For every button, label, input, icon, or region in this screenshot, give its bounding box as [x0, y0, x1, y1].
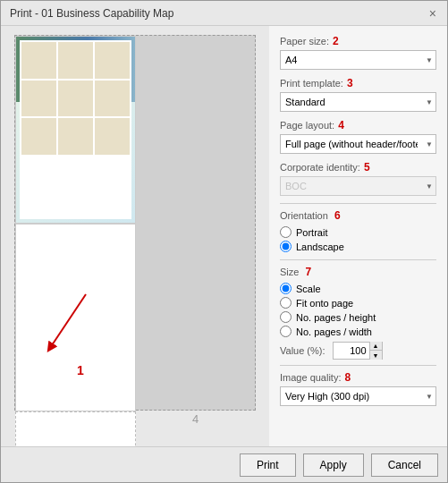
- size-label: Size 7: [280, 266, 436, 278]
- title-bar: Print - 01 Business Capability Map ×: [1, 1, 447, 26]
- portrait-radio[interactable]: [280, 226, 292, 238]
- spinner-down-button[interactable]: ▼: [369, 351, 382, 360]
- page-cell-2: [15, 224, 136, 411]
- page-cell-1: [15, 36, 136, 224]
- print-button[interactable]: Print: [240, 453, 296, 477]
- thumbnail-grid: [20, 40, 131, 157]
- size-group: Size 7 Scale Fit onto page No. pages / h…: [280, 266, 436, 360]
- no-pages-height-radio[interactable]: [280, 311, 292, 323]
- grid-cell: [58, 118, 93, 155]
- value-input[interactable]: [334, 343, 369, 359]
- content-area: 3 4 1 Paper size: 2: [1, 26, 447, 446]
- page-layout-select[interactable]: Full page (without header/footer): [280, 134, 436, 154]
- grid-cell: [95, 118, 130, 155]
- image-quality-select[interactable]: Very High (300 dpi): [280, 386, 436, 406]
- no-pages-width-option[interactable]: No. pages / width: [280, 326, 436, 337]
- fit-page-option[interactable]: Fit onto page: [280, 297, 436, 309]
- no-pages-width-radio[interactable]: [280, 326, 292, 337]
- divider: [280, 203, 436, 204]
- preview-area: [14, 35, 256, 411]
- portrait-option[interactable]: Portrait: [280, 226, 436, 238]
- spinner-up-button[interactable]: ▲: [369, 342, 382, 351]
- value-row: Value (%): ▲ ▼: [280, 342, 436, 360]
- orientation-group: Orientation 6 Portrait Landscape: [280, 209, 436, 252]
- dialog-title: Print - 01 Business Capability Map: [10, 7, 173, 20]
- image-quality-label: Image quality: 8: [280, 371, 436, 384]
- page-cell-3: [15, 411, 136, 446]
- print-template-group: Print template: 3 Standard ▼: [280, 77, 436, 112]
- orientation-label: Orientation 6: [280, 209, 436, 222]
- thumbnail-content: [20, 40, 131, 219]
- cancel-button[interactable]: Cancel: [371, 453, 438, 477]
- grid-cell: [58, 80, 93, 117]
- apply-button[interactable]: Apply: [303, 453, 364, 477]
- paper-size-label: Paper size: 2: [280, 35, 436, 47]
- corporate-identity-select[interactable]: BOC: [280, 176, 436, 196]
- close-button[interactable]: ×: [427, 7, 438, 20]
- grid-cell: [21, 42, 56, 79]
- print-template-label: Print template: 3: [280, 77, 436, 89]
- orientation-radio-group: Portrait Landscape: [280, 226, 436, 252]
- grid-cell: [95, 80, 130, 117]
- image-quality-group: Image quality: 8 Very High (300 dpi) ▼: [280, 371, 436, 406]
- corporate-identity-group: Corporate identity: 5 BOC ▼: [280, 161, 436, 196]
- scale-option[interactable]: Scale: [280, 283, 436, 294]
- page-layout-group: Page layout: 4 Full page (without header…: [280, 119, 436, 154]
- print-template-select-wrapper: Standard ▼: [280, 92, 436, 112]
- spinner-buttons: ▲ ▼: [369, 342, 382, 360]
- page-thumbnail: [16, 37, 135, 223]
- corporate-identity-select-wrapper: BOC ▼: [280, 176, 436, 196]
- value-spinner: ▲ ▼: [333, 342, 383, 360]
- grid-cell: [58, 42, 93, 79]
- page-layout-label: Page layout: 4: [280, 119, 436, 131]
- preview-panel: 3 4 1: [1, 26, 269, 446]
- print-dialog: Print - 01 Business Capability Map ×: [0, 0, 448, 483]
- grid-cell: [21, 118, 56, 155]
- settings-panel: Paper size: 2 A4 ▼ Print template: 3: [269, 26, 447, 446]
- divider: [280, 365, 436, 366]
- landscape-radio[interactable]: [280, 241, 292, 252]
- image-quality-select-wrapper: Very High (300 dpi) ▼: [280, 386, 436, 406]
- paper-size-select[interactable]: A4: [280, 50, 436, 70]
- landscape-option[interactable]: Landscape: [280, 241, 436, 252]
- paper-size-group: Paper size: 2 A4 ▼: [280, 35, 436, 70]
- grid-cell: [21, 80, 56, 117]
- divider: [280, 259, 436, 260]
- page-label-4: 4: [192, 412, 199, 426]
- footer: Print Apply Cancel: [1, 446, 447, 482]
- paper-size-select-wrapper: A4 ▼: [280, 50, 436, 70]
- print-template-select[interactable]: Standard: [280, 92, 436, 112]
- no-pages-height-option[interactable]: No. pages / height: [280, 311, 436, 323]
- corporate-identity-label: Corporate identity: 5: [280, 161, 436, 174]
- grid-cell: [95, 42, 130, 79]
- scale-radio[interactable]: [280, 283, 292, 294]
- size-radio-group: Scale Fit onto page No. pages / height N…: [280, 283, 436, 337]
- fit-page-radio[interactable]: [280, 297, 292, 309]
- value-label: Value (%):: [280, 345, 325, 356]
- page-layout-select-wrapper: Full page (without header/footer) ▼: [280, 134, 436, 154]
